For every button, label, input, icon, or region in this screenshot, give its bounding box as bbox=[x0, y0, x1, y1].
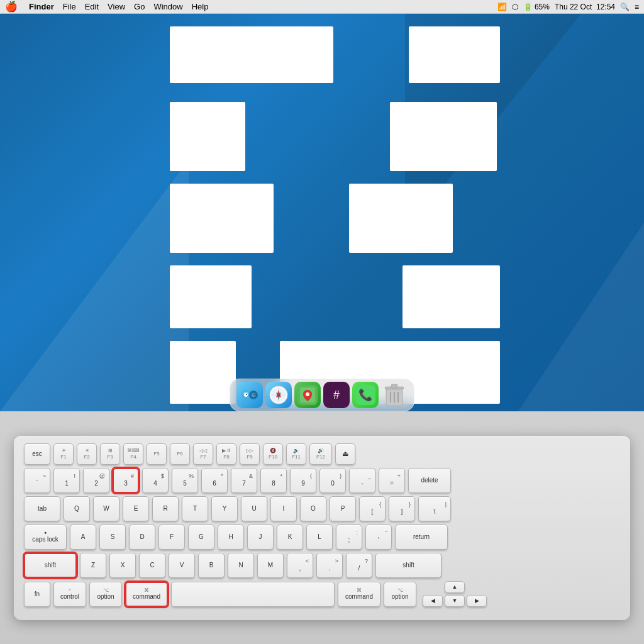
home-row: ●caps lock A S D F G H J K L :; "' retur… bbox=[24, 525, 620, 550]
key-x[interactable]: X bbox=[109, 553, 136, 578]
key-e[interactable]: E bbox=[123, 496, 149, 521]
key-c[interactable]: C bbox=[139, 553, 165, 578]
key-control[interactable]: ^control bbox=[53, 582, 86, 607]
key-2[interactable]: @2 bbox=[83, 468, 109, 493]
key-f4[interactable]: ⌘⌨F4 bbox=[123, 443, 143, 465]
dock-maps[interactable] bbox=[294, 382, 321, 408]
menu-go[interactable]: Go bbox=[134, 2, 145, 11]
key-l[interactable]: L bbox=[306, 525, 333, 550]
key-f8[interactable]: ▶⏸F8 bbox=[216, 443, 236, 465]
key-f1[interactable]: ☀F1 bbox=[53, 443, 74, 465]
key-g[interactable]: G bbox=[188, 525, 214, 550]
key-option-right[interactable]: ⌥option bbox=[384, 582, 416, 607]
key-esc[interactable]: esc bbox=[24, 443, 50, 465]
key-j[interactable]: J bbox=[247, 525, 274, 550]
svg-rect-24 bbox=[391, 384, 397, 388]
desktop-rect-7 bbox=[170, 265, 252, 328]
key-0[interactable]: )0 bbox=[319, 468, 346, 493]
key-3[interactable]: #3 bbox=[113, 468, 139, 493]
key-5[interactable]: %5 bbox=[172, 468, 198, 493]
key-arrow-right[interactable]: ▶ bbox=[467, 595, 487, 607]
key-equals[interactable]: += bbox=[379, 468, 405, 493]
dock-trash[interactable] bbox=[381, 382, 408, 408]
key-f10[interactable]: 🔇F10 bbox=[263, 443, 283, 465]
key-command-left[interactable]: ⌘command bbox=[125, 582, 168, 607]
key-f12[interactable]: 🔊F12 bbox=[309, 443, 332, 465]
key-command-right[interactable]: ⌘command bbox=[338, 582, 380, 607]
key-h[interactable]: H bbox=[218, 525, 244, 550]
key-f5[interactable]: F5 bbox=[147, 443, 167, 465]
key-i[interactable]: I bbox=[270, 496, 297, 521]
dock-safari[interactable] bbox=[265, 382, 292, 408]
key-comma[interactable]: <, bbox=[287, 553, 313, 578]
key-f9[interactable]: ▷▷F9 bbox=[240, 443, 260, 465]
key-f6[interactable]: F6 bbox=[170, 443, 190, 465]
key-period[interactable]: >. bbox=[316, 553, 343, 578]
key-p[interactable]: P bbox=[330, 496, 356, 521]
key-delete[interactable]: delete bbox=[408, 468, 451, 493]
key-b[interactable]: B bbox=[198, 553, 225, 578]
key-f7[interactable]: ◁◁F7 bbox=[193, 443, 213, 465]
key-tab[interactable]: tab bbox=[24, 496, 60, 521]
search-icon[interactable]: 🔍 bbox=[620, 3, 630, 11]
key-minus[interactable]: _- bbox=[349, 468, 375, 493]
key-w[interactable]: W bbox=[93, 496, 119, 521]
menu-window[interactable]: Window bbox=[153, 2, 182, 11]
key-k[interactable]: K bbox=[277, 525, 303, 550]
key-r[interactable]: R bbox=[152, 496, 179, 521]
desktop-rect-1 bbox=[170, 26, 333, 83]
key-f[interactable]: F bbox=[158, 525, 185, 550]
key-z[interactable]: Z bbox=[80, 553, 106, 578]
key-d[interactable]: D bbox=[129, 525, 155, 550]
dock-slack[interactable]: # bbox=[323, 382, 350, 408]
key-backslash[interactable]: |\ bbox=[418, 496, 451, 521]
key-y[interactable]: Y bbox=[211, 496, 238, 521]
key-option-left[interactable]: ⌥option bbox=[89, 582, 122, 607]
key-q[interactable]: Q bbox=[64, 496, 90, 521]
key-slash[interactable]: ?/ bbox=[346, 553, 372, 578]
key-4[interactable]: $4 bbox=[142, 468, 169, 493]
key-rbracket[interactable]: }] bbox=[389, 496, 415, 521]
key-fn[interactable]: fn bbox=[24, 582, 50, 607]
key-7[interactable]: &7 bbox=[231, 468, 257, 493]
menu-help[interactable]: Help bbox=[192, 2, 209, 11]
dock-finder[interactable] bbox=[236, 382, 263, 408]
menu-view[interactable]: View bbox=[108, 2, 125, 11]
key-eject[interactable]: ⏏ bbox=[335, 443, 355, 465]
key-shift-left[interactable]: shift bbox=[24, 553, 77, 578]
key-quote[interactable]: "' bbox=[365, 525, 392, 550]
key-arrow-down[interactable]: ▼ bbox=[445, 595, 465, 607]
apple-menu[interactable]: 🍎 bbox=[5, 1, 18, 13]
key-shift-right[interactable]: shift bbox=[375, 553, 441, 578]
key-arrow-left[interactable]: ◀ bbox=[423, 595, 443, 607]
key-9[interactable]: (9 bbox=[290, 468, 316, 493]
key-capslock[interactable]: ●caps lock bbox=[24, 525, 67, 550]
key-arrow-up[interactable]: ▲ bbox=[445, 581, 465, 593]
key-m[interactable]: M bbox=[257, 553, 284, 578]
key-f2[interactable]: ☀F2 bbox=[77, 443, 97, 465]
key-f11[interactable]: 🔉F11 bbox=[286, 443, 306, 465]
dock-phone[interactable]: 📞 bbox=[352, 382, 379, 408]
key-6[interactable]: ^6 bbox=[201, 468, 228, 493]
key-space[interactable] bbox=[171, 582, 335, 607]
key-return[interactable]: return bbox=[395, 525, 448, 550]
key-s[interactable]: S bbox=[99, 525, 126, 550]
key-t[interactable]: T bbox=[182, 496, 208, 521]
desktop-rect-2 bbox=[409, 26, 500, 83]
key-o[interactable]: O bbox=[300, 496, 326, 521]
key-n[interactable]: N bbox=[228, 553, 254, 578]
app-name[interactable]: Finder bbox=[29, 2, 54, 11]
control-center-icon[interactable]: ≡ bbox=[635, 3, 639, 11]
key-lbracket[interactable]: {[ bbox=[359, 496, 386, 521]
key-1[interactable]: !1 bbox=[53, 468, 80, 493]
key-8[interactable]: *8 bbox=[260, 468, 287, 493]
menu-edit[interactable]: Edit bbox=[85, 2, 99, 11]
key-v[interactable]: V bbox=[169, 553, 195, 578]
key-backtick[interactable]: ~` bbox=[24, 468, 50, 493]
key-f3[interactable]: ⊞F3 bbox=[100, 443, 120, 465]
desktop-rect-8 bbox=[402, 265, 500, 328]
key-semicolon[interactable]: :; bbox=[336, 525, 362, 550]
key-a[interactable]: A bbox=[70, 525, 96, 550]
menu-file[interactable]: File bbox=[63, 2, 76, 11]
key-u[interactable]: U bbox=[241, 496, 267, 521]
